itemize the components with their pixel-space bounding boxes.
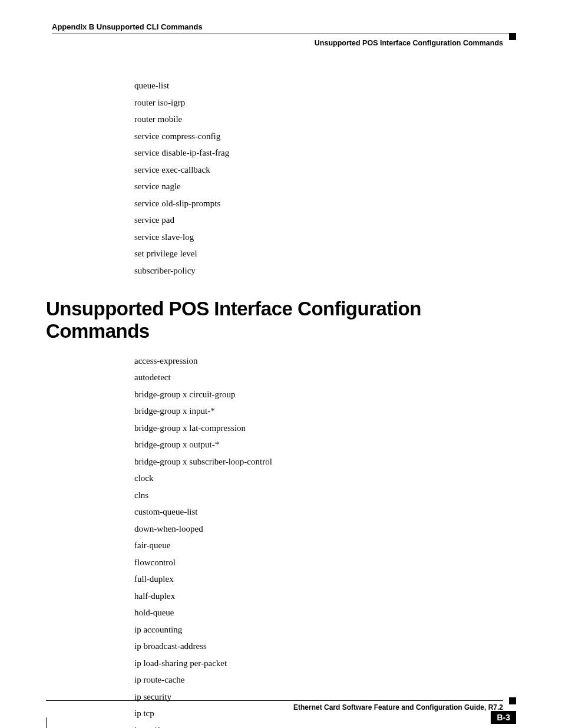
command-item: ip load-sharing per-packet [134,659,516,668]
footer-decoration-square [509,697,516,704]
command-item: autodetect [134,373,516,382]
command-item: hold-queue [134,608,516,617]
command-item: down-when-looped [134,525,516,533]
command-list-pos: access-expressionautodetectbridge-group … [134,357,516,729]
command-item: service compress-config [134,132,516,141]
header-appendix-label: Appendix B Unsupported CLI Commands [52,22,516,31]
command-item: custom-queue-list [134,508,516,516]
command-item: service nagle [134,182,516,191]
command-item: service disable-ip-fast-frag [134,149,516,157]
command-item: bridge-group x lat-compression [134,424,516,433]
footer-guide-title: Ethernet Card Software Feature and Confi… [46,703,503,711]
command-item: service old-slip-prompts [134,199,516,208]
command-item: flowcontrol [134,558,516,567]
command-item: access-expression [134,357,516,365]
command-item: router iso-igrp [134,98,516,107]
command-item: ip verify [134,726,516,729]
command-item: bridge-group x output-* [134,440,516,449]
command-item: bridge-group x input-* [134,407,516,416]
command-item: half-duplex [134,592,516,601]
command-item: fair-queue [134,541,516,550]
command-item: ip broadcast-address [134,642,516,651]
command-list-global: queue-listrouter iso-igrprouter mobilese… [134,81,516,275]
header-decoration-square [509,33,516,40]
command-item: clock [134,474,516,483]
command-item: router mobile [134,115,516,124]
command-item: bridge-group x subscriber-loop-control [134,457,516,466]
command-item: clns [134,491,516,500]
page-footer: Ethernet Card Software Feature and Confi… [46,700,516,711]
command-item: subscriber-policy [134,266,516,275]
section-heading: Unsupported POS Interface Configuration … [46,298,516,342]
page-number-badge: B-3 [491,711,516,724]
header-section-label: Unsupported POS Interface Configuration … [46,39,503,47]
command-item: set privilege level [134,249,516,258]
command-item: full-duplex [134,575,516,584]
command-item: service pad [134,216,516,225]
left-margin-mark [46,717,47,728]
command-item: ip accounting [134,625,516,634]
command-item: bridge-group x circuit-group [134,390,516,399]
footer-rule [46,700,503,701]
command-item: service slave-log [134,233,516,242]
header-rule [52,34,516,34]
command-item: ip route-cache [134,676,516,684]
command-item: service exec-callback [134,166,516,174]
command-item: queue-list [134,81,516,90]
